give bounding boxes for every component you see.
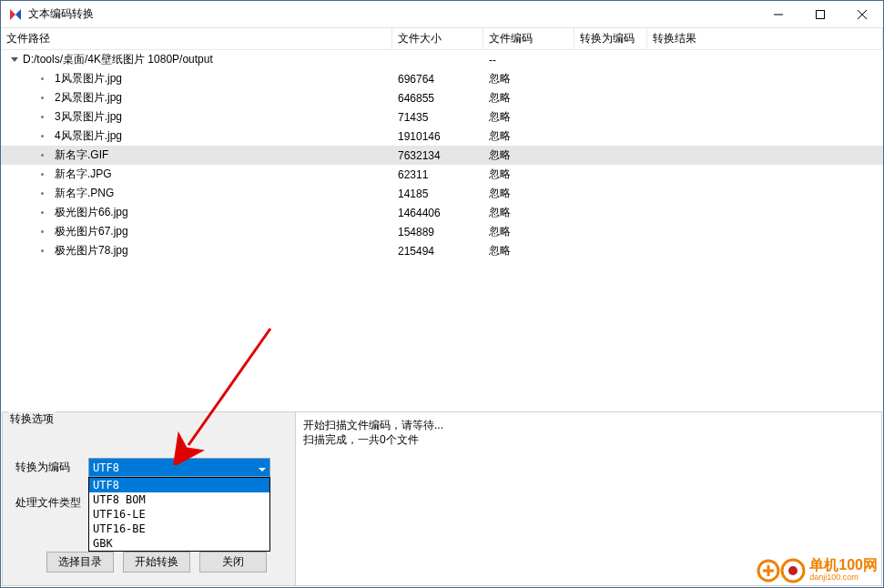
- choose-dir-button[interactable]: 选择目录: [46, 552, 114, 573]
- file-size: 154889: [392, 226, 483, 238]
- watermark: 单机100网 danji100.com: [757, 554, 878, 585]
- file-name: 极光图片67.jpg: [55, 225, 128, 238]
- table-row[interactable]: 3风景图片.jpg71435忽略: [1, 107, 883, 127]
- file-size: 646855: [392, 92, 483, 105]
- encoding-option[interactable]: UTF16-LE: [89, 507, 269, 522]
- file-icon: [41, 173, 44, 176]
- table-row[interactable]: 2风景图片.jpg646855忽略: [1, 88, 883, 107]
- file-type-label: 处理文件类型: [15, 495, 88, 511]
- file-encoding: 忽略: [483, 90, 574, 106]
- table-row[interactable]: 1风景图片.jpg696764忽略: [1, 69, 883, 88]
- file-encoding: 忽略: [483, 167, 574, 182]
- file-icon: [41, 96, 44, 99]
- table-row[interactable]: 极光图片67.jpg154889忽略: [1, 222, 883, 241]
- file-icon: [41, 249, 44, 252]
- file-table: 文件路径 文件大小 文件编码 转换为编码 转换结果 D:/tools/桌面/4K…: [1, 28, 883, 411]
- table-header: 文件路径 文件大小 文件编码 转换为编码 转换结果: [1, 28, 883, 50]
- log-line: 开始扫描文件编码，请等待...: [303, 418, 874, 432]
- table-row[interactable]: 新名字.GIF7632134忽略: [1, 146, 883, 165]
- file-name: 极光图片78.jpg: [55, 244, 128, 257]
- root-path: D:/tools/桌面/4K壁纸图片 1080P/output: [23, 53, 213, 66]
- file-encoding: 忽略: [483, 128, 574, 144]
- file-icon: [41, 154, 44, 157]
- to-encoding-dropdown[interactable]: UTF8UTF8 BOMUTF16-LEUTF16-BEGBK: [88, 477, 270, 552]
- expand-icon[interactable]: [10, 53, 19, 66]
- chevron-down-icon: [255, 461, 269, 474]
- file-name: 4风景图片.jpg: [55, 129, 122, 142]
- to-encoding-label: 转换为编码: [15, 460, 88, 475]
- close-panel-button[interactable]: 关闭: [199, 552, 267, 573]
- table-row[interactable]: 极光图片78.jpg215494忽略: [1, 241, 883, 260]
- window-title: 文本编码转换: [28, 6, 757, 22]
- file-size: 215494: [392, 245, 483, 258]
- watermark-sub: danji100.com: [809, 573, 878, 582]
- file-size: 7632134: [392, 149, 483, 162]
- table-row[interactable]: 极光图片66.jpg1464406忽略: [1, 203, 883, 222]
- file-size: 1910146: [392, 130, 483, 143]
- file-encoding: 忽略: [483, 243, 574, 259]
- file-encoding: 忽略: [483, 224, 574, 239]
- file-icon: [41, 230, 44, 233]
- file-size: 14185: [392, 188, 483, 200]
- log-line: 扫描完成，一共0个文件: [303, 432, 874, 447]
- file-encoding: 忽略: [483, 186, 574, 201]
- file-icon: [41, 211, 44, 214]
- file-size: 71435: [392, 111, 483, 124]
- watermark-icon: [757, 554, 806, 585]
- file-name: 3风景图片.jpg: [55, 110, 122, 123]
- watermark-text: 单机100网: [809, 558, 878, 573]
- file-name: 极光图片66.jpg: [55, 206, 128, 218]
- col-path[interactable]: 文件路径: [1, 28, 392, 49]
- file-size: 696764: [392, 73, 483, 86]
- svg-point-9: [788, 566, 798, 575]
- table-row[interactable]: 新名字.JPG62311忽略: [1, 165, 883, 184]
- file-icon: [41, 77, 44, 80]
- table-row[interactable]: 4风景图片.jpg1910146忽略: [1, 127, 883, 146]
- root-encoding: --: [483, 54, 574, 66]
- titlebar: 文本编码转换: [1, 1, 883, 28]
- col-to-encoding[interactable]: 转换为编码: [574, 28, 647, 49]
- start-convert-button[interactable]: 开始转换: [123, 552, 190, 573]
- file-size: 1464406: [392, 207, 483, 219]
- options-panel: 转换选项 转换为编码 UTF8 UTF8UTF8 BOMUTF16-LEUTF1…: [2, 411, 295, 586]
- file-size: 62311: [392, 168, 483, 181]
- to-encoding-value: UTF8: [89, 461, 255, 474]
- close-button[interactable]: [841, 1, 883, 27]
- encoding-option[interactable]: UTF8: [89, 478, 269, 492]
- file-icon: [41, 135, 44, 137]
- file-name: 新名字.JPG: [55, 167, 112, 180]
- file-name: 1风景图片.jpg: [55, 72, 122, 85]
- file-encoding: 忽略: [483, 109, 574, 125]
- file-encoding: 忽略: [483, 71, 574, 86]
- file-icon: [41, 192, 44, 195]
- file-name: 2风景图片.jpg: [55, 91, 122, 104]
- options-group-title: 转换选项: [8, 411, 56, 427]
- to-encoding-combo[interactable]: UTF8 UTF8UTF8 BOMUTF16-LEUTF16-BEGBK: [88, 458, 270, 477]
- svg-rect-1: [817, 10, 825, 18]
- encoding-option[interactable]: UTF8 BOM: [89, 492, 269, 507]
- file-encoding: 忽略: [483, 147, 574, 163]
- encoding-option[interactable]: UTF16-BE: [89, 522, 269, 536]
- file-icon: [41, 116, 44, 118]
- col-size[interactable]: 文件大小: [392, 28, 483, 49]
- app-icon: [8, 7, 23, 22]
- encoding-option[interactable]: GBK: [89, 536, 269, 551]
- maximize-button[interactable]: [799, 1, 841, 27]
- file-name: 新名字.PNG: [55, 187, 114, 199]
- col-encoding[interactable]: 文件编码: [483, 28, 574, 49]
- table-row-root[interactable]: D:/tools/桌面/4K壁纸图片 1080P/output--: [1, 50, 883, 69]
- file-name: 新名字.GIF: [55, 148, 108, 161]
- col-result[interactable]: 转换结果: [647, 28, 883, 49]
- table-row[interactable]: 新名字.PNG14185忽略: [1, 184, 883, 203]
- minimize-button[interactable]: [757, 1, 799, 27]
- file-encoding: 忽略: [483, 205, 574, 220]
